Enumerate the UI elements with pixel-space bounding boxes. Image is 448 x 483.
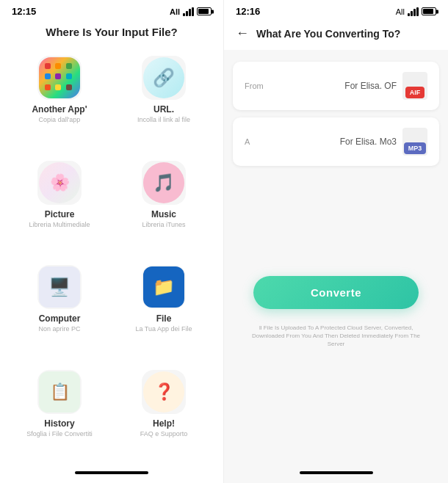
from-file-right: For Elisa. OF AIF [344,72,427,100]
left-panel: 12:15 All Where Is Your Input File? [0,0,224,483]
file-label: File [156,313,172,324]
to-file-card: A For Elisa. Mo3 MP3 [233,117,439,166]
another-app-label: Another App' [32,104,87,115]
from-file-card: From For Elisa. OF AIF [233,62,439,110]
source-grid: Another App' Copia dall'app 🔗 URL. Incol… [0,47,223,465]
to-label: A [245,137,250,146]
left-status-icons: All [170,7,212,16]
left-status-time: 12:15 [12,6,36,17]
grid-item-history[interactable]: 📋 History Sfoglia i File Convertiti [7,361,112,466]
right-signal-bars [408,7,419,16]
grid-item-another-app[interactable]: Another App' Copia dall'app [7,47,112,152]
computer-sublabel: Non aprire PC [38,325,80,333]
grid-item-help[interactable]: ❓ Help! FAQ e Supporto [112,361,216,466]
url-label: URL. [153,104,174,115]
to-file-icon: MP3 [402,128,427,156]
music-icon: 🎵 [142,161,186,205]
right-panel: 12:16 All ← What Are You Converting To? … [224,0,448,483]
left-signal-bars [183,7,194,16]
grid-item-picture[interactable]: 🌸 Picture Libreria Multimediale [7,152,112,257]
status-bar-right: 12:16 All [224,0,448,20]
help-icon: ❓ [142,370,186,414]
left-heading: Where Is Your Input File? [0,26,223,38]
back-button[interactable]: ← [236,26,249,41]
help-sublabel: FAQ e Supporto [140,430,188,437]
left-battery-icon [197,7,212,15]
grid-item-url[interactable]: 🔗 URL. Incolla il link al file [112,47,216,152]
picture-label: Picture [45,209,75,219]
from-file-badge: AIF [405,87,425,98]
right-status-time: 12:16 [236,6,260,17]
from-file-icon: AIF [402,72,427,100]
left-home-indicator [75,471,148,474]
history-sublabel: Sfoglia i File Convertiti [26,430,93,437]
grid-item-computer[interactable]: 🖥️ Computer Non aprire PC [7,256,112,361]
right-home-indicator [300,471,373,474]
grid-item-music[interactable]: 🎵 Music Libreria iTunes [112,152,216,257]
picture-sublabel: Libreria Multimediale [29,221,90,228]
right-battery-icon [422,7,436,15]
right-bottom-bar [224,465,448,483]
right-signal-label: All [396,7,405,16]
music-sublabel: Libreria iTunes [142,221,185,228]
right-header: ← What Are You Converting To? [224,20,448,50]
to-file-right: For Elisa. Mo3 MP3 [340,128,427,156]
from-file-name: For Elisa. OF [344,81,397,91]
file-icon: 📁 [142,265,186,309]
conversion-area: From For Elisa. OF AIF A For Elisa. Mo3 … [224,50,448,465]
from-label: From [245,81,264,90]
another-app-sublabel: Copia dall'app [39,116,81,123]
right-title: What Are You Converting To? [256,28,400,40]
convert-button[interactable]: Converte [253,276,419,309]
picture-icon: 🌸 [37,161,82,205]
to-file-badge: MP3 [404,142,427,154]
another-app-icon [37,56,82,100]
history-label: History [44,418,74,429]
history-icon: 📋 [37,370,82,414]
url-sublabel: Incolla il link al file [137,116,190,123]
music-label: Music [151,209,176,219]
help-label: Help! [153,418,175,429]
left-signal-label: All [170,7,180,16]
left-bottom-bar [0,465,223,483]
right-status-icons: All [396,7,436,16]
url-icon: 🔗 [142,56,186,100]
grid-item-file[interactable]: 📁 File La Tua App dei File [112,256,216,361]
computer-icon: 🖥️ [37,265,82,309]
to-file-name: For Elisa. Mo3 [340,137,397,147]
file-sublabel: La Tua App dei File [135,325,192,333]
computer-label: Computer [39,313,81,324]
status-bar-left: 12:15 All [0,0,223,20]
disclaimer-text: Il File Is Uploaded To A Protected Cloud… [233,316,439,352]
